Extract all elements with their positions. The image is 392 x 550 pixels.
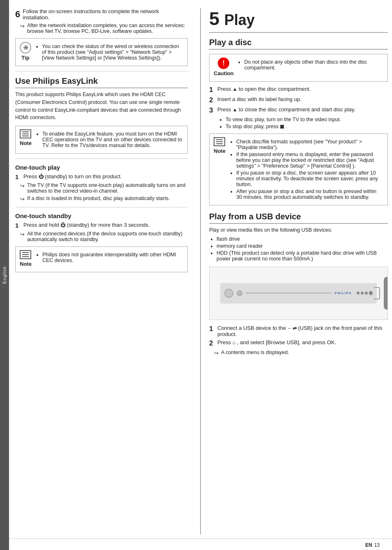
step-6-num: 6 [15,9,20,20]
page-footer: EN 13 [9,538,392,550]
one-touch-standby-section: One-touch standby 1 Press and hold ⏻ (st… [15,212,188,242]
play-disc-title: Play a disc [209,38,388,50]
play-disc-step-1-num: 1 [209,86,217,94]
note-disc-b3: If you pause or stop a disc, the screen … [236,170,383,187]
ots-step-1-num: 1 [15,222,23,229]
note-icon-1 [20,129,31,138]
eject-icon-2: ▲ [233,107,239,113]
tip-label: Tip [21,55,29,61]
device-image: PHILIPS ↩ [209,267,388,320]
step-6-text: Follow the on-screen instructions to com… [23,8,185,21]
tip-bullet-1: You can check the status of the wired or… [42,44,183,61]
usb-bullet-3: HDD (This product can detect only a port… [217,250,388,262]
caution-content: Do not place any objects other than disc… [237,58,383,72]
otp-standby-icon: ⏻ [39,174,45,179]
ots-step-1-text: Press and hold ⏻ (standby) for more than… [23,222,186,228]
tip-content: You can check the status of the wired or… [35,42,183,62]
otp-arrow-text-1: The TV (if the TV supports one-touch pla… [27,182,188,194]
usb-step-1: 1 Connect a USB device to the ←⇌ (USB) j… [209,325,388,337]
caution-icon: ! [218,58,229,69]
ots-arrow-1: ↪ All the connected devices (if the devi… [15,231,188,242]
note-icon-2 [20,250,31,259]
note-list-2: Philips does not guarantee interoperabil… [35,252,183,263]
play-disc-section: Play a disc ! Caution Do not place any o… [209,38,388,205]
eject-icon-1: ▲ [233,86,239,92]
note-list-disc: Check disc/file formats supported (see "… [229,139,383,200]
divider-2 [15,159,188,159]
note-bullet-2-1: Philips does not guarantee interoperabil… [42,252,183,263]
caution-box: ! Caution Do not place any objects other… [209,54,388,82]
usb-step-2-arrow-text: A contents menu is displayed. [221,350,388,355]
easylink-title: Use Philips EasyLink [15,76,188,88]
language-tab: English [0,0,9,550]
ots-step-1: 1 Press and hold ⏻ (standby) for more th… [15,222,188,229]
easylink-section: Use Philips EasyLink This product suppor… [15,76,188,122]
otp-arrow-1: ↪ The TV (if the TV supports one-touch p… [15,182,188,194]
otp-step-1-text: Press ⏻ (standby) to turn on this produc… [23,173,186,179]
usb-step-1-text: Connect a USB device to the ←⇌ (USB) jac… [217,325,386,337]
usb-bullet-1: flash drive [217,236,388,242]
arrow-symbol-4: ↪ [20,231,25,237]
tip-box: ✳ Tip You can check the status of the wi… [15,38,188,66]
divider-1 [15,71,188,71]
step-6-arrow-text: After the network installation completes… [27,23,188,34]
arrow-symbol: ↪ [20,23,25,29]
usb-device-list: flash drive memory card reader HDD (This… [209,236,388,262]
note-list-1: To enable the EasyLink feature, you must… [35,131,183,148]
arrow-symbol-3: ↪ [20,196,25,202]
play-usb-title: Play from a USB device [209,212,388,224]
tip-star-icon: ✳ [23,44,28,52]
easylink-body: This product supports Philips EasyLink w… [15,91,188,122]
otp-step-1: 1 Press ⏻ (standby) to turn on this prod… [15,173,188,180]
play-disc-sub-2: To stop disc play, press ■. [226,124,388,129]
chapter-title: Play [224,12,255,28]
ots-title: One-touch standby [15,212,188,219]
page-number: 13 [374,542,380,548]
stop-icon [280,125,284,129]
usb-bullet-2: memory card reader [217,243,388,249]
caution-bullet-1: Do not place any objects other than disc… [244,59,383,71]
play-disc-step-1-text: Press ▲ to open the disc compartment. [217,86,386,92]
usb-icon: ←⇌ [288,325,297,331]
note-disc-b1: Check disc/file formats supported (see "… [236,139,383,150]
note-content-1: To enable the EasyLink feature, you must… [35,129,183,150]
note-label-2: Note [20,261,32,267]
home-icon: ⌂ [233,340,235,345]
play-disc-step-3-subs: To view disc play, turn on the TV to the… [209,117,388,129]
note-content-2: Philips does not guarantee interoperabil… [35,250,183,265]
right-column: 5 Play Play a disc ! Caution [200,8,388,534]
note-bullet-1-1: To enable the EasyLink feature, you must… [42,131,183,148]
language-label: English [2,266,7,284]
note-box-disc: Note Check disc/file formats supported (… [209,133,388,205]
note-box-1: Note To enable the EasyLink feature, you… [15,126,188,154]
ots-standby-icon: ⏻ [60,222,67,228]
usb-step-1-num: 1 [209,325,217,333]
caution-label: Caution [214,70,233,76]
note-box-2: Note Philips does not guarantee interope… [15,246,188,272]
left-column: 6 Follow the on-screen instructions to c… [15,8,192,534]
en-label: EN [365,542,372,548]
note-disc-b2: If the password entry menu is displayed,… [236,152,383,169]
play-disc-step-1: 1 Press ▲ to open the disc compartment. [209,86,388,94]
play-usb-body: Play or view media files on the followin… [209,226,388,234]
arrow-symbol-2: ↪ [20,183,25,189]
step-6-arrow-1: ↪ After the network installation complet… [15,23,188,34]
note-label-1: Note [20,140,32,146]
caution-list: Do not place any objects other than disc… [237,59,383,71]
chapter-header: 5 Play [209,8,388,33]
one-touch-play-section: One-touch play 1 Press ⏻ (standby) to tu… [15,164,188,202]
play-disc-sub-list: To view disc play, turn on the TV to the… [218,117,388,129]
play-disc-step-3: 3 Press ▲ to close the disc compartment … [209,106,388,115]
play-disc-step-3-num: 3 [209,106,217,115]
otp-title: One-touch play [15,164,188,171]
otp-step-1-num: 1 [15,173,23,180]
usb-step-2-num: 2 [209,339,217,347]
note-icon-disc [214,137,225,146]
step-6-row: 6 Follow the on-screen instructions to c… [15,8,188,21]
play-disc-step-3-text: Press ▲ to close the disc compartment an… [217,106,386,113]
arrow-symbol-usb: ↪ [214,350,219,356]
chapter-num: 5 [209,8,219,29]
play-disc-step-2: 2 Insert a disc with its label facing up… [209,96,388,104]
play-disc-step-2-num: 2 [209,96,217,104]
divider-3 [15,207,188,207]
